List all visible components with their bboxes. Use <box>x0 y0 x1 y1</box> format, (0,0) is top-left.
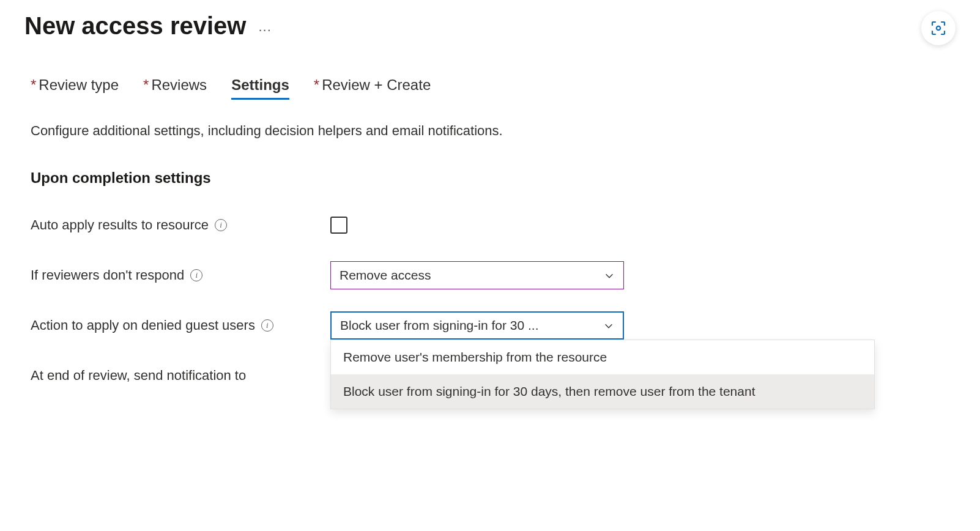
tab-review-type[interactable]: *Review type <box>31 76 119 98</box>
scan-button[interactable] <box>921 11 956 45</box>
dropdown-option[interactable]: Remove user's membership from the resour… <box>331 340 874 374</box>
tab-label: Review + Create <box>322 76 431 93</box>
tab-description: Configure additional settings, including… <box>31 123 949 139</box>
tab-label: Settings <box>231 76 289 93</box>
select-denied-guests[interactable]: Block user from signing-in for 30 ... <box>330 311 624 340</box>
tab-label: Review type <box>39 76 119 93</box>
select-value: Remove access <box>340 268 431 283</box>
chevron-down-icon <box>603 320 614 331</box>
required-asterisk: * <box>143 76 149 93</box>
page-title: New access review <box>24 12 246 40</box>
tab-settings[interactable]: Settings <box>231 76 289 98</box>
select-value: Block user from signing-in for 30 ... <box>340 318 538 333</box>
required-asterisk: * <box>31 76 36 93</box>
tab-reviews[interactable]: *Reviews <box>143 76 207 98</box>
select-no-response[interactable]: Remove access <box>330 261 624 289</box>
label-no-response: If reviewers don't respond <box>31 267 184 283</box>
tab-label: Reviews <box>151 76 207 93</box>
label-auto-apply: Auto apply results to resource <box>31 217 209 233</box>
chevron-down-icon <box>604 270 615 281</box>
info-icon[interactable]: i <box>190 269 202 281</box>
section-heading-completion: Upon completion settings <box>31 169 949 187</box>
label-denied-guests: Action to apply on denied guest users <box>31 317 255 333</box>
info-icon[interactable]: i <box>215 219 227 231</box>
more-actions-button[interactable]: ··· <box>258 15 271 38</box>
info-icon[interactable]: i <box>261 319 273 332</box>
label-notify: At end of review, send notification to <box>31 368 246 384</box>
checkbox-auto-apply[interactable] <box>330 217 347 234</box>
tab-review-create[interactable]: *Review + Create <box>314 76 431 98</box>
tabs-bar: *Review type *Reviews Settings *Review +… <box>31 76 956 98</box>
scan-icon <box>930 20 947 37</box>
svg-point-0 <box>937 26 940 30</box>
dropdown-menu-denied-guests: Remove user's membership from the resour… <box>330 340 875 409</box>
required-asterisk: * <box>314 76 319 93</box>
dropdown-option[interactable]: Block user from signing-in for 30 days, … <box>331 374 874 409</box>
